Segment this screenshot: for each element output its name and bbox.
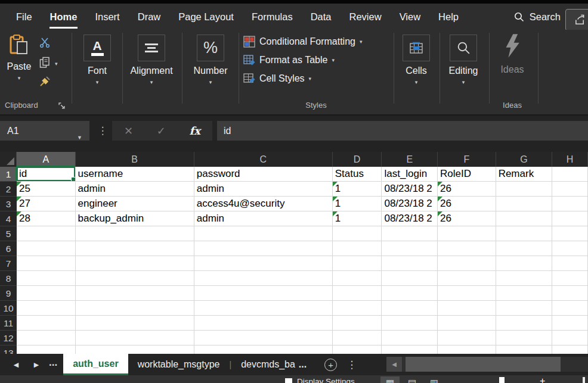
cell-D13[interactable]	[333, 345, 382, 354]
conditional-formatting-button[interactable]: Conditional Formatting ▾	[243, 35, 363, 48]
menu-item-data[interactable]: Data	[302, 4, 341, 30]
cell-D11[interactable]	[333, 316, 382, 331]
number-group-button[interactable]: % Number ▾	[183, 35, 238, 85]
enter-button[interactable]: ✓	[157, 124, 166, 138]
cell-G3[interactable]	[496, 197, 553, 211]
cell-E6[interactable]	[382, 241, 438, 256]
cell-A2[interactable]: 25	[17, 182, 76, 197]
row-header-6[interactable]: 6	[0, 241, 17, 256]
cell-E8[interactable]	[382, 271, 438, 286]
cell-G6[interactable]	[496, 241, 553, 256]
more-sheets-button[interactable]: ...	[49, 357, 57, 369]
cell-C1[interactable]: password	[194, 167, 333, 182]
row-header-10[interactable]: 10	[0, 301, 17, 316]
menu-item-view[interactable]: View	[391, 4, 429, 30]
cell-C7[interactable]	[194, 256, 333, 271]
cell-H1[interactable]	[552, 167, 588, 182]
cell-F12[interactable]	[438, 331, 496, 345]
cut-button[interactable]	[36, 35, 54, 50]
menu-item-help[interactable]: Help	[429, 4, 468, 30]
cell-A13[interactable]	[17, 345, 76, 354]
row-header-2[interactable]: 2	[0, 182, 17, 197]
scrollbar-left-button[interactable]: ◀	[386, 357, 402, 372]
column-header-E[interactable]: E	[382, 152, 438, 167]
cell-D8[interactable]	[333, 271, 382, 286]
cell-A3[interactable]: 27	[17, 197, 76, 211]
search-box[interactable]: Search	[514, 11, 561, 23]
cell-F1[interactable]: RoleID	[438, 167, 496, 182]
sheet-nav-left-icon[interactable]: ◀	[9, 361, 23, 369]
cell-H13[interactable]	[552, 345, 588, 354]
cell-G2[interactable]	[496, 182, 553, 197]
cell-H3[interactable]	[552, 197, 588, 211]
cell-H12[interactable]	[552, 331, 588, 345]
cell-E4[interactable]: 08/23/18 2	[382, 211, 438, 226]
cell-G11[interactable]	[496, 316, 553, 331]
column-header-A[interactable]: A	[17, 152, 76, 167]
cell-F10[interactable]	[438, 301, 496, 316]
cell-F6[interactable]	[438, 241, 496, 256]
row-header-3[interactable]: 3	[0, 197, 17, 211]
sheet-tab-auth_user[interactable]: auth_user	[63, 354, 128, 375]
sheet-nav-right-icon[interactable]: ▶	[29, 361, 44, 369]
cell-B10[interactable]	[76, 301, 194, 316]
cell-B13[interactable]	[76, 345, 194, 354]
cell-E7[interactable]	[382, 256, 438, 271]
cell-F9[interactable]	[438, 286, 496, 301]
cell-A9[interactable]	[17, 286, 76, 301]
cell-G10[interactable]	[496, 301, 553, 316]
formula-input[interactable]: id	[217, 121, 588, 141]
cell-C4[interactable]: admin	[194, 211, 333, 226]
column-header-F[interactable]: F	[438, 152, 496, 167]
alignment-group-button[interactable]: Alignment ▾	[124, 35, 179, 85]
column-header-H[interactable]: H	[552, 152, 588, 167]
cell-F3[interactable]: 26	[438, 197, 496, 211]
cell-H6[interactable]	[552, 241, 588, 256]
cell-C3[interactable]: access4u@security	[194, 197, 333, 211]
cell-G7[interactable]	[496, 256, 553, 271]
cell-H2[interactable]	[552, 182, 588, 197]
paste-button[interactable]: Paste ▾	[4, 35, 35, 81]
row-header-12[interactable]: 12	[0, 331, 17, 345]
cell-H8[interactable]	[552, 271, 588, 286]
clipboard-dialog-launcher[interactable]	[58, 101, 66, 109]
cell-D2[interactable]: 1	[333, 182, 382, 197]
cell-H11[interactable]	[552, 316, 588, 331]
menu-item-draw[interactable]: Draw	[129, 4, 170, 30]
cell-F2[interactable]: 26	[438, 182, 496, 197]
paste-dropdown-caret[interactable]: ▾	[4, 76, 35, 81]
cell-B11[interactable]	[76, 316, 194, 331]
row-header-1[interactable]: 1	[0, 167, 17, 182]
cell-F11[interactable]	[438, 316, 496, 331]
cell-G5[interactable]	[496, 226, 553, 241]
cell-B7[interactable]	[76, 256, 194, 271]
select-all-button[interactable]	[0, 152, 17, 167]
column-header-G[interactable]: G	[496, 152, 553, 167]
cell-E10[interactable]	[382, 301, 438, 316]
cell-F4[interactable]: 26	[438, 211, 496, 226]
cell-A10[interactable]	[17, 301, 76, 316]
cell-C5[interactable]	[194, 226, 333, 241]
copy-dropdown-caret[interactable]: ▾	[55, 61, 58, 67]
cell-B4[interactable]: backup_admin	[76, 211, 194, 226]
new-sheet-button[interactable]: +	[324, 359, 337, 371]
row-header-8[interactable]: 8	[0, 271, 17, 286]
column-header-C[interactable]: C	[194, 152, 333, 167]
cell-H7[interactable]	[552, 256, 588, 271]
scrollbar-thumb[interactable]	[406, 357, 561, 372]
cell-B9[interactable]	[76, 286, 194, 301]
ideas-button[interactable]: Ideas	[486, 33, 539, 75]
sheet-tab-devcmds_ba[interactable]: devcmds_ba...	[231, 354, 316, 375]
cell-B1[interactable]: username	[76, 167, 194, 182]
cell-A4[interactable]: 28	[17, 211, 76, 226]
menu-item-file[interactable]: File	[7, 4, 41, 30]
cell-C9[interactable]	[194, 286, 333, 301]
cell-E11[interactable]	[382, 316, 438, 331]
cell-G8[interactable]	[496, 271, 553, 286]
cell-B2[interactable]: admin	[76, 182, 194, 197]
share-button[interactable]	[565, 9, 588, 31]
name-box-caret-icon[interactable]: ▼	[77, 128, 82, 148]
cell-G4[interactable]	[496, 211, 553, 226]
cell-B8[interactable]	[76, 271, 194, 286]
cell-A1[interactable]: id	[17, 167, 76, 182]
